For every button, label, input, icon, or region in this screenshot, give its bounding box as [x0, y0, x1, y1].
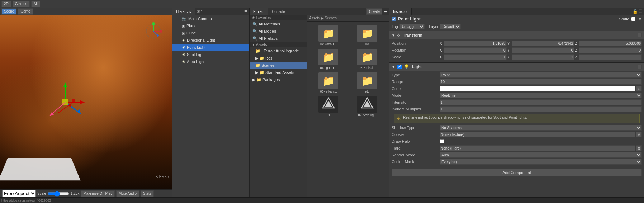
tree-packages[interactable]: ▶ 📁 Packages — [250, 76, 307, 83]
project-create-btn[interactable]: Create — [366, 8, 382, 15]
console-tab[interactable]: Console — [268, 8, 289, 15]
flare-input[interactable] — [440, 145, 635, 151]
light-options-btn[interactable]: ⋯ — [638, 65, 642, 69]
scale-y-input[interactable] — [512, 54, 574, 60]
pos-z-input[interactable] — [579, 41, 642, 46]
culling-mask-label: Culling Mask — [392, 160, 438, 164]
hierarchy-item-plane[interactable]: ▣ Plane — [172, 22, 249, 29]
rot-z-field: Z — [575, 47, 642, 53]
transform-options-btn[interactable]: ⋯ — [638, 33, 642, 37]
project-menu-btn[interactable]: ☰ — [384, 9, 387, 14]
hierarchy-item-spot-light[interactable]: ☀ Spot Light — [172, 51, 249, 58]
scene-canvas[interactable]: < Persp — [0, 15, 172, 189]
hierarchy-item-directional-light[interactable]: ☀ Directional Light — [172, 37, 249, 44]
static-checkbox[interactable] — [631, 17, 635, 21]
file-item-02area[interactable]: 📁 02-Area li... — [310, 24, 347, 47]
inspector-lock-btn[interactable]: 🔒 — [633, 9, 638, 14]
pos-x-input[interactable] — [444, 41, 507, 46]
tree-all-materials[interactable]: 🔍 All Materials — [250, 20, 307, 28]
hierarchy-item-area-light[interactable]: ☀ Area Light — [172, 58, 249, 65]
all-button[interactable]: All — [31, 1, 40, 7]
file-label: 06-reflecti... — [320, 90, 337, 93]
file-item-03[interactable]: 📁 03 — [349, 24, 386, 47]
indirect-value — [440, 106, 642, 112]
scale-x-input[interactable] — [444, 54, 507, 60]
inspector-menu-btn[interactable]: ☰ — [638, 9, 643, 14]
file-item-05emissi[interactable]: 📁 05-Emissi... — [349, 48, 386, 70]
light-header[interactable]: ▼ 💡 Light ⋯ — [389, 63, 644, 71]
scale-y-label: Y — [507, 55, 511, 59]
tree-scenes[interactable]: 📁 Scenes — [250, 62, 307, 69]
folder-icon-02area: 📁 — [318, 25, 338, 42]
transform-body: Position X Y Z — [389, 39, 644, 62]
mode-label: Mode — [392, 93, 438, 98]
pos-y-label: Y — [507, 42, 511, 46]
hierarchy-tab[interactable]: Hierarchy — [172, 8, 195, 15]
url-bar: https://blog.csdn.net/qq_40629063 — [0, 197, 644, 203]
scale-slider[interactable] — [48, 191, 69, 197]
position-label: Position — [392, 41, 438, 46]
inspector-panel: Inspector 🔒 ☰ Point Light Static ▼ Tag U… — [389, 8, 644, 197]
project-tab[interactable]: Project — [250, 8, 268, 15]
game-tab[interactable]: Game — [18, 8, 33, 15]
maximize-btn[interactable]: Maximize On Play — [81, 190, 115, 197]
scene-tab[interactable]: Scene — [1, 8, 16, 15]
rot-z-input[interactable] — [579, 47, 642, 53]
intensity-input[interactable] — [440, 99, 642, 105]
hierarchy-item-label: Point Light — [187, 45, 205, 49]
type-select[interactable]: Point — [440, 72, 642, 78]
hierarchy-item-point-light[interactable]: ☀ Point Light — [172, 44, 249, 51]
rot-x-input[interactable] — [444, 47, 507, 53]
rot-y-input[interactable] — [512, 47, 574, 53]
mute-btn[interactable]: Mute Audio — [116, 190, 139, 197]
tree-all-prefabs[interactable]: 🔍 All Prefabs — [250, 35, 307, 42]
aspect-select[interactable]: Free Aspect — [2, 190, 36, 197]
file-item-02area2[interactable]: 02-Area lig... — [349, 95, 386, 118]
object-active-checkbox[interactable] — [392, 17, 396, 21]
shadow-select[interactable]: No Shadows — [440, 125, 642, 131]
color-value: ⊕ — [440, 86, 642, 91]
white-plane — [0, 158, 81, 180]
color-eyedropper-btn[interactable]: ⊕ — [636, 86, 642, 91]
render-mode-row: Render Mode Auto — [392, 152, 642, 158]
add-component-button[interactable]: Add Component — [392, 169, 642, 176]
2d-button[interactable]: 2D — [1, 1, 11, 7]
cookie-input[interactable] — [440, 132, 635, 137]
scale-z-input[interactable] — [579, 54, 642, 60]
gizmos-button[interactable]: Gizmos — [13, 1, 30, 7]
file-item-01[interactable]: 01 — [310, 95, 347, 118]
file-item-04light[interactable]: 📁 04-light pr... — [310, 48, 347, 70]
tree-res[interactable]: ▶ 📁 Res — [250, 55, 307, 62]
render-mode-value: Auto — [440, 152, 642, 158]
scene-gizmo[interactable] — [144, 22, 164, 41]
folder-icon-etc: 📁 — [357, 72, 377, 89]
hierarchy-menu-btn[interactable]: ☰ — [244, 10, 247, 14]
project-files[interactable]: 📁 02-Area li... 📁 03 📁 04-light pr... — [307, 22, 389, 197]
inspector-tab[interactable]: Inspector — [389, 8, 412, 15]
file-item-06reflect[interactable]: 📁 06-reflecti... — [310, 72, 347, 94]
stats-btn[interactable]: Stats — [141, 190, 154, 197]
layer-select[interactable]: Default — [440, 24, 461, 29]
indirect-input[interactable] — [440, 106, 642, 112]
culling-mask-select[interactable]: Everything — [440, 159, 642, 165]
static-dropdown-arrow[interactable]: ▼ — [638, 17, 642, 21]
light-enabled-checkbox[interactable] — [397, 65, 402, 69]
hierarchy-item-cube[interactable]: ▣ Cube — [172, 29, 249, 37]
range-input[interactable] — [440, 79, 642, 85]
file-item-etc[interactable]: 📁 etc — [349, 72, 386, 94]
cookie-select-btn[interactable]: ⊕ — [636, 132, 642, 137]
draw-halo-checkbox[interactable] — [440, 139, 444, 143]
pos-y-input[interactable] — [512, 41, 574, 46]
inspector-title-row: Point Light Static ▼ — [389, 15, 644, 23]
tree-terrain-auto[interactable]: 📁 _TerrainAutoUpgrade — [250, 47, 307, 55]
mode-select[interactable]: Realtime — [440, 93, 642, 98]
color-swatch[interactable] — [440, 86, 635, 91]
transform-header[interactable]: ▼ ⊹ Transform ⋯ — [389, 31, 644, 39]
tree-all-models[interactable]: 🔍 All Models — [250, 28, 307, 35]
hierarchy-item-main-camera[interactable]: 📷 Main Camera — [172, 15, 249, 22]
file-label: 02-Area lig... — [358, 113, 376, 117]
flare-select-btn[interactable]: ⊕ — [636, 145, 642, 151]
render-mode-select[interactable]: Auto — [440, 152, 642, 158]
tree-standard-assets[interactable]: ▶ 📁 Standard Assets — [250, 69, 307, 76]
tag-select[interactable]: Untagged — [399, 24, 425, 29]
